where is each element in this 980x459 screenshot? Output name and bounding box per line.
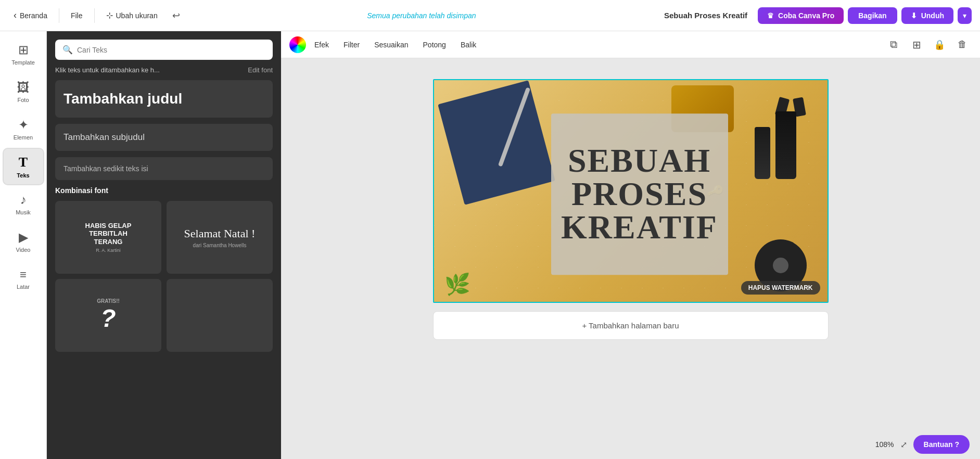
sidebar-item-label: Video	[16, 247, 31, 253]
font-gelap-text: HABIS GELAP TERBITLAH TERANG	[85, 222, 132, 246]
sidebar-item-label: Template	[11, 59, 35, 66]
bottom-bar: 108% ⤢ Bantuan ?	[865, 430, 980, 459]
resize-label: Ubah ukuran	[116, 11, 158, 20]
download-chevron-button[interactable]: ▾	[958, 7, 972, 24]
teks-icon: T	[19, 155, 28, 170]
crown-icon: ♛	[767, 11, 774, 20]
search-input[interactable]	[77, 46, 265, 54]
search-box[interactable]: 🔍	[55, 40, 273, 60]
font-combo-grid: HABIS GELAP TERBITLAH TERANG R. A. Karti…	[55, 201, 273, 352]
delete-button[interactable]: 🗑	[953, 35, 972, 54]
sidebar-item-label: Musik	[16, 209, 31, 215]
nav-divider	[59, 8, 59, 23]
canvas-notebook	[438, 80, 555, 205]
saved-status: Semua perubahan telah disimpan	[189, 11, 654, 20]
back-button[interactable]: ‹ Beranda	[8, 7, 53, 24]
potong-button[interactable]: Potong	[417, 37, 452, 52]
font-workshop-main: ?	[100, 304, 116, 333]
elemen-icon: ✦	[18, 118, 29, 132]
toolbar-right: ⧉ ⊞ 🔒 🗑	[884, 35, 972, 54]
canvas-main-text: SEBUAH PROSES KREATIF	[561, 144, 718, 244]
grid-button[interactable]: ⊞	[907, 35, 926, 54]
balik-button[interactable]: Balik	[454, 37, 482, 52]
top-toolbar: Efek Filter Sesuaikan Potong Balik ⧉ ⊞ 🔒…	[281, 31, 980, 58]
chevron-down-icon: ▾	[963, 11, 966, 20]
font-workshop-label: GRATIS!!	[97, 298, 120, 304]
canva-pro-button[interactable]: ♛ Coba Canva Pro	[758, 7, 844, 24]
canvas-wrapper[interactable]: ⊡ ⧉ +	[433, 79, 829, 303]
document-title: Sebuah Proses Kreatif	[658, 8, 754, 23]
grid-icon: ⊞	[912, 39, 921, 51]
font-combo-card-4[interactable]	[167, 279, 273, 352]
trash-icon: 🗑	[958, 39, 967, 50]
search-icon: 🔍	[62, 45, 73, 55]
filter-button[interactable]: Filter	[337, 37, 366, 52]
lock-button[interactable]: 🔒	[930, 35, 949, 54]
font-combo-card-natal[interactable]: Selamat Natal ! dari Samantha Howells	[167, 201, 273, 274]
canvas-overlay-box[interactable]: SEBUAH PROSES KREATIF	[551, 113, 728, 275]
sesuaikan-button[interactable]: Sesuaikan	[368, 37, 414, 52]
sidebar-icons: ⊞ Template 🖼 Foto ✦ Elemen T Teks ♪ Musi…	[0, 31, 47, 459]
panel-hint-row: Klik teks untuk ditambahkan ke h... Edit…	[55, 66, 273, 74]
sidebar-item-teks[interactable]: T Teks	[3, 148, 44, 185]
bantuan-button[interactable]: Bantuan ?	[913, 435, 970, 454]
sidebar-item-foto[interactable]: 🖼 Foto	[3, 73, 44, 110]
video-icon: ▶	[19, 230, 28, 245]
undo-icon: ↩	[172, 10, 180, 21]
chevron-left-icon: ‹	[14, 10, 17, 21]
sidebar-item-video[interactable]: ▶ Video	[3, 223, 44, 260]
add-body-button[interactable]: Tambahkan sedikit teks isi	[55, 157, 273, 180]
add-page-button[interactable]: + Tambahkan halaman baru	[433, 311, 829, 340]
arrange-icon: ⧉	[890, 39, 897, 50]
sidebar-item-elemen[interactable]: ✦ Elemen	[3, 110, 44, 148]
bantuan-label: Bantuan ?	[924, 440, 959, 449]
file-button[interactable]: File	[66, 8, 88, 23]
download-icon: ⬇	[911, 11, 917, 20]
add-title-button[interactable]: Tambahkan judul	[55, 80, 273, 118]
undo-button[interactable]: ↩	[167, 7, 185, 24]
template-icon: ⊞	[18, 43, 29, 57]
add-subtitle-button[interactable]: Tambahkan subjudul	[55, 124, 273, 151]
back-label: Beranda	[20, 11, 47, 20]
canvas-plants: 🌿	[444, 272, 470, 297]
font-combo-card-workshop[interactable]: GRATIS!! ?	[55, 279, 161, 352]
canvas-scroll[interactable]: ⊡ ⧉ +	[281, 58, 980, 459]
font-combo-card-gelap[interactable]: HABIS GELAP TERBITLAH TERANG R. A. Karti…	[55, 201, 161, 274]
sidebar-item-label: Elemen	[14, 134, 33, 141]
arrange-button[interactable]: ⧉	[884, 35, 903, 54]
download-label: Unduh	[921, 11, 944, 20]
top-nav: ‹ Beranda File ⊹ Ubah ukuran ↩ Semua per…	[0, 0, 980, 31]
font-combo-label: Kombinasi font	[55, 186, 273, 195]
download-button[interactable]: ⬇ Unduh	[901, 7, 953, 24]
lock-icon: 🔒	[934, 39, 945, 50]
canvas-bottles	[755, 111, 796, 179]
musik-icon: ♪	[20, 193, 27, 207]
sidebar-item-label: Teks	[17, 172, 29, 178]
canva-pro-label: Coba Canva Pro	[778, 11, 834, 20]
zoom-expand-button[interactable]: ⤢	[900, 440, 907, 450]
latar-icon: ≡	[20, 268, 27, 282]
text-panel: 🔍 Klik teks untuk ditambahkan ke h... Ed…	[47, 31, 281, 459]
font-gelap-sub: R. A. Kartini	[96, 248, 121, 253]
sidebar-item-label: Foto	[17, 97, 29, 103]
watermark-button[interactable]: HAPUS WATERMARK	[741, 281, 820, 295]
canvas-background: 🌿 🔑 SEBUAH PROSES KREATIF HAPUS WATERMAR…	[434, 80, 828, 302]
sidebar-item-latar[interactable]: ≡ Latar	[3, 260, 44, 298]
resize-button[interactable]: ⊹ Ubah ukuran	[101, 7, 163, 23]
color-picker-button[interactable]	[289, 36, 306, 53]
bottle-2	[775, 111, 796, 179]
efek-button[interactable]: Efek	[308, 37, 335, 52]
share-button[interactable]: Bagikan	[848, 7, 897, 24]
nav-divider-2	[94, 8, 95, 23]
bottle-1	[755, 127, 770, 179]
sidebar-item-musik[interactable]: ♪ Musik	[3, 185, 44, 223]
font-natal-main: Selamat Natal !	[184, 227, 256, 240]
sidebar-item-template[interactable]: ⊞ Template	[3, 35, 44, 73]
main-layout: ⊞ Template 🖼 Foto ✦ Elemen T Teks ♪ Musi…	[0, 31, 980, 459]
resize-icon: ⊹	[106, 10, 113, 20]
foto-icon: 🖼	[17, 80, 30, 95]
panel-hint-label: Klik teks untuk ditambahkan ke h...	[55, 66, 160, 74]
edit-font-button[interactable]: Edit font	[248, 66, 273, 74]
sidebar-item-label: Latar	[17, 284, 30, 290]
font-natal-sub: dari Samantha Howells	[193, 243, 247, 248]
